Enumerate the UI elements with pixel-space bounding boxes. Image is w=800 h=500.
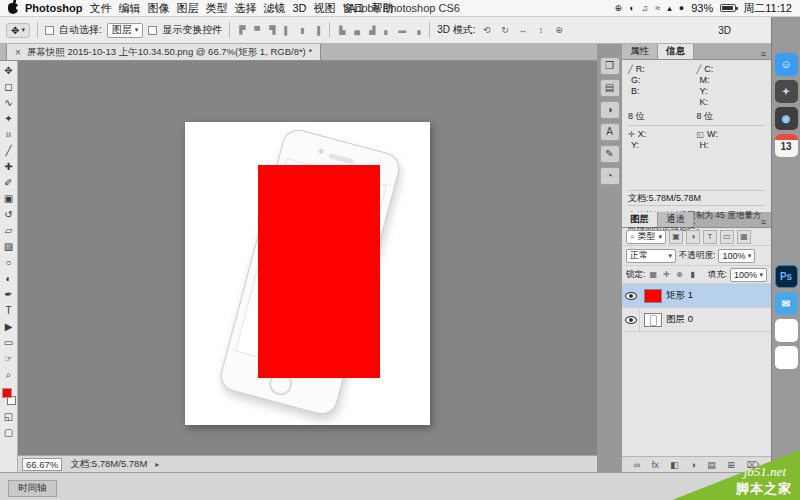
menubar-clock[interactable]: 周二11:12 bbox=[743, 1, 792, 16]
red-rectangle-shape[interactable] bbox=[258, 165, 380, 378]
dock-finder-icon[interactable]: ☺ bbox=[775, 53, 798, 76]
fill-dropdown[interactable]: 100% ▾ bbox=[730, 268, 767, 282]
layer-style-fx-icon[interactable]: fx bbox=[652, 460, 659, 470]
gradient-tool[interactable]: ▨ bbox=[0, 239, 18, 255]
layer-thumbnail[interactable] bbox=[644, 289, 662, 303]
workspace-switcher[interactable]: 3D bbox=[718, 25, 731, 36]
align-center-h-icon[interactable]: ▀ bbox=[252, 26, 262, 35]
eraser-tool[interactable]: ▱ bbox=[0, 223, 18, 239]
blur-tool[interactable]: ○ bbox=[0, 255, 18, 271]
apple-logo-icon[interactable] bbox=[8, 3, 18, 14]
dock-mail-icon[interactable]: ✉ bbox=[775, 292, 798, 315]
eyedropper-tool[interactable]: ╱ bbox=[0, 143, 18, 159]
3d-scale-icon[interactable]: ⊕ bbox=[553, 25, 566, 35]
pen-tool[interactable]: ✒ bbox=[0, 287, 18, 303]
align-right-icon[interactable]: ▜ bbox=[267, 26, 277, 35]
tab-timeline[interactable]: 时间轴 bbox=[8, 480, 57, 497]
new-layer-icon[interactable]: ⊞ bbox=[727, 460, 735, 470]
new-group-icon[interactable]: ▤ bbox=[707, 460, 716, 470]
status-popup-arrow-icon[interactable]: ▸ bbox=[155, 460, 159, 469]
dock-app-icon[interactable]: ✦ bbox=[775, 80, 798, 103]
menu-layer[interactable]: 图层 bbox=[176, 1, 198, 16]
panel-menu-icon[interactable]: ≡ bbox=[756, 49, 771, 59]
dodge-tool[interactable]: ◐ bbox=[0, 271, 18, 287]
menubar-status-icon[interactable]: ⊕ bbox=[615, 3, 623, 13]
current-tool-preset[interactable]: ✥ ▾ bbox=[6, 23, 30, 38]
menu-photoshop[interactable]: Photoshop bbox=[25, 2, 82, 14]
menu-filter[interactable]: 滤镜 bbox=[263, 1, 285, 16]
auto-select-target-dropdown[interactable]: 图层 ▾ bbox=[107, 23, 144, 38]
document-tab[interactable]: × 屏幕快照 2015-10-13 上午10.34.50.png @ 66.7%… bbox=[6, 43, 321, 60]
filter-type-layers-icon[interactable]: T bbox=[703, 230, 717, 244]
zoom-level-field[interactable]: 66.67% bbox=[22, 458, 62, 471]
tab-layers[interactable]: 图层 bbox=[622, 212, 658, 227]
menu-3d[interactable]: 3D bbox=[292, 2, 306, 14]
collapsed-panel-button[interactable]: ✎ bbox=[600, 145, 620, 163]
move-tool[interactable]: ✥ bbox=[0, 63, 18, 79]
lock-position-icon[interactable]: ⊕ bbox=[674, 270, 684, 279]
menu-image[interactable]: 图像 bbox=[147, 1, 169, 16]
dock-camera-app-icon[interactable]: ◉ bbox=[775, 107, 798, 130]
3d-slide-icon[interactable]: ↕ bbox=[535, 25, 548, 35]
add-layer-mask-icon[interactable]: ◧ bbox=[670, 460, 679, 470]
crop-tool[interactable]: ⌗ bbox=[0, 127, 18, 143]
collapsed-panel-button[interactable]: ◔ bbox=[600, 167, 620, 185]
distribute-top-icon[interactable]: ▙ bbox=[337, 26, 347, 35]
collapsed-panel-button[interactable]: ◑ bbox=[600, 101, 620, 119]
quick-selection-tool[interactable]: ✦ bbox=[0, 111, 18, 127]
align-bottom-icon[interactable]: ▐ bbox=[312, 26, 322, 35]
history-brush-tool[interactable]: ↺ bbox=[0, 207, 18, 223]
filter-shape-layers-icon[interactable]: ▭ bbox=[720, 230, 734, 244]
tab-channels[interactable]: 通道 bbox=[658, 212, 694, 227]
document-page[interactable] bbox=[185, 122, 430, 425]
lock-all-icon[interactable]: ▮ bbox=[687, 270, 697, 279]
opacity-dropdown[interactable]: 100% ▾ bbox=[718, 249, 755, 263]
screen-mode-toggle[interactable]: ▢ bbox=[0, 425, 18, 441]
clone-stamp-tool[interactable]: ▣ bbox=[0, 191, 18, 207]
menu-edit[interactable]: 编辑 bbox=[118, 1, 140, 16]
blend-mode-dropdown[interactable]: 正常 ▾ bbox=[626, 249, 676, 263]
filter-pixel-layers-icon[interactable]: ▣ bbox=[669, 230, 683, 244]
quick-mask-toggle[interactable]: ◱ bbox=[0, 409, 18, 425]
hand-tool[interactable]: ☞ bbox=[0, 351, 18, 367]
brush-tool[interactable]: ✐ bbox=[0, 175, 18, 191]
layer-row-layer-0[interactable]: 图层 0 bbox=[622, 308, 771, 332]
menubar-status-icon[interactable]: ● bbox=[679, 3, 684, 13]
new-adjustment-layer-icon[interactable]: ◑ bbox=[690, 460, 695, 470]
lock-pixels-icon[interactable]: ✛ bbox=[661, 270, 671, 279]
3d-roll-icon[interactable]: ↻ bbox=[499, 25, 512, 35]
filter-smart-objects-icon[interactable]: ▦ bbox=[737, 230, 751, 244]
color-swatches[interactable] bbox=[0, 387, 18, 407]
align-top-icon[interactable]: ▌ bbox=[282, 26, 292, 35]
dock-calendar-icon[interactable]: 13 bbox=[775, 134, 798, 157]
foreground-color-swatch[interactable] bbox=[2, 388, 12, 398]
lasso-tool[interactable]: ∿ bbox=[0, 95, 18, 111]
auto-select-checkbox[interactable] bbox=[45, 26, 54, 35]
healing-brush-tool[interactable]: ✚ bbox=[0, 159, 18, 175]
distribute-bottom-icon[interactable]: ▟ bbox=[367, 26, 377, 35]
close-icon[interactable]: × bbox=[15, 47, 21, 58]
layer-visibility-eye-icon[interactable] bbox=[625, 316, 637, 324]
lock-transparency-icon[interactable]: ▦ bbox=[648, 270, 658, 279]
tab-info[interactable]: 信息 bbox=[658, 44, 694, 59]
menubar-status-icon[interactable]: ◐ bbox=[629, 3, 634, 13]
show-transform-checkbox[interactable] bbox=[148, 26, 157, 35]
link-layers-icon[interactable]: ∞ bbox=[634, 460, 640, 470]
dock-qq-icon[interactable] bbox=[775, 346, 798, 369]
menu-view[interactable]: 视图 bbox=[314, 1, 336, 16]
rectangle-tool[interactable]: ▭ bbox=[0, 335, 18, 351]
panel-menu-icon[interactable]: ≡ bbox=[756, 217, 771, 227]
filter-adjustment-layers-icon[interactable]: ◑ bbox=[686, 230, 700, 244]
align-left-icon[interactable]: ▛ bbox=[237, 26, 247, 35]
collapsed-panel-button[interactable]: ❐ bbox=[600, 57, 620, 75]
layer-thumbnail[interactable] bbox=[644, 313, 662, 327]
menubar-status-icon[interactable]: ♫ bbox=[642, 3, 649, 13]
rectangular-marquee-tool[interactable]: ◻ bbox=[0, 79, 18, 95]
path-selection-tool[interactable]: ▶ bbox=[0, 319, 18, 335]
dock-qq-icon[interactable] bbox=[775, 319, 798, 342]
distribute-right-icon[interactable]: ▗ bbox=[412, 26, 422, 35]
3d-rotate-icon[interactable]: ⟲ bbox=[481, 25, 494, 35]
zoom-tool[interactable]: ⌕ bbox=[0, 367, 18, 383]
menu-select[interactable]: 选择 bbox=[234, 1, 256, 16]
canvas-area[interactable] bbox=[18, 61, 597, 455]
